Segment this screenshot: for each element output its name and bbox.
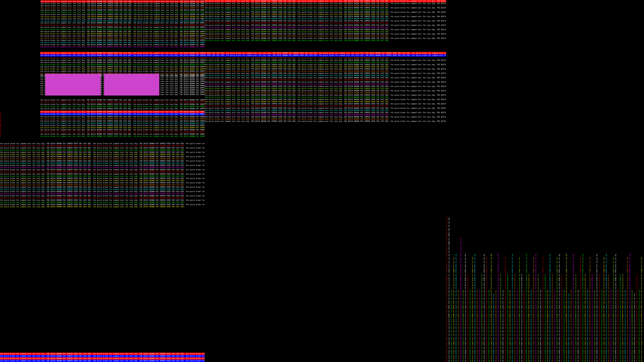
- rs-col-62: the quick brown fox jumped over the lazy…: [589, 0, 592, 362]
- bc-row-2: the quick brown fox jumped over the lazy…: [204, 144, 446, 146]
- rs-col-11: THE QUICK BROWN FOX JUMPED OVER THE LAZY…: [470, 0, 472, 362]
- rm2-row-16: the quick brown fox jumped over the lazy…: [204, 90, 446, 92]
- rm-row-3: the quick brown fox jumped over the lazy…: [204, 7, 446, 9]
- bc-red-band-bottom: the quick brown fox jumped over the lazy…: [204, 355, 446, 357]
- rs-col-22: the quick brown fox jumped over the lazy…: [496, 0, 498, 362]
- rs-col-60: the quick brown fox jumped over the lazy…: [585, 0, 587, 362]
- rm2-row-18: the quick brown fox jumped over the lazy…: [204, 94, 446, 96]
- br-row-2: the quick brown fox jumped over the lazy…: [40, 101, 204, 103]
- s3-row-2: the quick brown fox jumped over the lazy…: [40, 118, 204, 120]
- bc-row-43: the quick brown fox jumped over the lazy…: [204, 234, 446, 236]
- rs-col-37: THE QUICK BROWN FOX JUMPED OVER THE LAZY…: [531, 0, 533, 362]
- bl-blue-band-2: the quick brown fox jumped over the lazy…: [0, 360, 204, 362]
- pb-row-4: the quick brown fox jumped over the lazy…: [40, 63, 204, 66]
- bc-row-22: the quick brown fox jumped over the lazy…: [204, 188, 446, 190]
- rs-col-58: the quick brown fox jumped over the lazy…: [580, 0, 582, 362]
- rs-col-35: THE QUICK BROWN FOX JUMPED OVER THE LAZY…: [526, 0, 528, 362]
- bl-row-22: the quick brown fox jumped over the lazy…: [0, 188, 204, 190]
- rs-col-17: THE QUICK BROWN FOX JUMPED OVER THE LAZY…: [484, 0, 486, 362]
- bl-row-27: the quick brown fox jumped over the lazy…: [0, 199, 204, 201]
- br-row-4: the quick brown fox jumped over the lazy…: [40, 105, 204, 108]
- m-row-2: the quick brown fox jumped over the lazy…: [40, 24, 204, 26]
- bc-row-44: the quick brown fox jumped over the lazy…: [204, 236, 446, 238]
- rm2-row-22: the quick brown fox jumped over the lazy…: [204, 103, 446, 105]
- rm2-row-27: the quick brown fox jumped over the lazy…: [204, 114, 446, 116]
- bc-row-35: the quick brown fox jumped over the lazy…: [204, 216, 446, 218]
- m-row-6: the quick brown fox jumped over the lazy…: [40, 33, 204, 35]
- s3-row-10: the quick brown fox jumped over the lazy…: [40, 135, 204, 137]
- bc-row-32: the quick brown fox jumped over the lazy…: [204, 210, 446, 212]
- bc-row-18: the quick brown fox jumped over the lazy…: [204, 179, 446, 181]
- bc-row-25: the quick brown fox jumped over the lazy…: [204, 194, 446, 197]
- rm2-row-8: the quick brown fox jumped over the lazy…: [204, 72, 446, 74]
- rs-col-15: THE QUICK BROWN FOX JUMPED OVER THE LAZY…: [479, 0, 481, 362]
- bc-row-30: the quick brown fox jumped over the lazy…: [204, 205, 446, 207]
- bc-blue-band-top-text: the quick brown fox jumped over the lazy…: [204, 140, 446, 142]
- rm-row-17: the quick brown fox jumped over the lazy…: [204, 37, 446, 39]
- text-row-highlight-1: the quick brown fox jumped over the lazy…: [40, 0, 204, 2]
- rm2-row-9: the quick brown fox jumped over the lazy…: [204, 74, 446, 77]
- rm-row-10: the quick brown fox jumped over the lazy…: [204, 22, 446, 24]
- rs-col-13: THE QUICK BROWN FOX JUMPED OVER THE LAZY…: [474, 0, 477, 362]
- rs-col-41: THE QUICK BROWN FOX JUMPED OVER THE LAZY…: [540, 0, 542, 362]
- pb-row-5: the quick brown fox jumped over the lazy…: [40, 66, 204, 68]
- bottom-left-panel: the quick brown fox jumped over the lazy…: [0, 137, 204, 362]
- m-row-1: the quick brown fox jumped over the lazy…: [40, 22, 204, 24]
- bl-row-20: the quick brown fox jumped over the lazy…: [0, 184, 204, 186]
- bc-row-4: the quick brown fox jumped over the lazy…: [204, 149, 446, 151]
- red-band-2: the quick brown fox jumped over the lazy…: [40, 111, 204, 113]
- bl-blue-band-text: the quick brown fox jumped over the lazy…: [0, 355, 204, 357]
- right-sidebar: THE QUICK BROWN FOX JUMPED OVER THE LAZY…: [446, 0, 644, 362]
- bl-row-9: the quick brown fox jumped over the lazy…: [0, 160, 204, 162]
- rm-row-13: the quick brown fox jumped over the lazy…: [204, 28, 446, 31]
- right-red-top-text: the quick brown fox jumped over the lazy…: [204, 0, 446, 2]
- bc-row-21: the quick brown fox jumped over the lazy…: [204, 186, 446, 188]
- right-red-top: the quick brown fox jumped over the lazy…: [204, 0, 446, 2]
- rs-col-44: the quick brown fox jumped over the lazy…: [547, 0, 550, 362]
- rs-col-31: THE QUICK BROWN FOX JUMPED OVER THE LAZY…: [516, 0, 519, 362]
- bl-row-24: the quick brown fox jumped over the lazy…: [0, 193, 204, 195]
- rs-col-68: the quick brown fox jumped over the lazy…: [604, 0, 606, 362]
- rs-col-56: the quick brown fox jumped over the lazy…: [575, 0, 578, 362]
- br-row-5: the quick brown fox jumped over the lazy…: [40, 108, 204, 110]
- rs-col-57: THE QUICK BROWN FOX JUMPED OVER THE LAZY…: [578, 0, 580, 362]
- rm-row-8: the quick brown fox jumped over the lazy…: [204, 17, 446, 20]
- rs-col-1: THE QUICK BROWN FOX JUMPED OVER THE LAZY…: [446, 0, 448, 362]
- bc-row-14: the quick brown fox jumped over the lazy…: [204, 170, 446, 173]
- bc-row-11: the quick brown fox jumped over the lazy…: [204, 164, 446, 166]
- rs-col-76: the quick brown fox jumped over the lazy…: [622, 0, 624, 362]
- rm-row-12: the quick brown fox jumped over the lazy…: [204, 26, 446, 28]
- bc-row-49: the quick brown fox jumped over the lazy…: [204, 247, 446, 249]
- rm2-row-30: the quick brown fox jumped over the lazy…: [204, 120, 446, 122]
- rm2-row-12: the quick brown fox jumped over the lazy…: [204, 81, 446, 83]
- rm-row-5: the quick brown fox jumped over the lazy…: [204, 11, 446, 13]
- rm2-row-26: the quick brown fox jumped over the lazy…: [204, 111, 446, 114]
- red-band-text-2: the quick brown fox jumped over the lazy…: [40, 111, 204, 113]
- s3-row-5: the quick brown fox jumped over the lazy…: [40, 124, 204, 126]
- bl-row-11: the quick brown fox jumped over the lazy…: [0, 164, 204, 166]
- bc-row-48: the quick brown fox jumped over the lazy…: [204, 245, 446, 247]
- rs-col-67: THE QUICK BROWN FOX JUMPED OVER THE LAZY…: [601, 0, 604, 362]
- rs-col-39: THE QUICK BROWN FOX JUMPED OVER THE LAZY…: [535, 0, 538, 362]
- bc-row-9: the quick brown fox jumped over the lazy…: [204, 160, 446, 162]
- rm2-row-19: the quick brown fox jumped over the lazy…: [204, 96, 446, 98]
- rs-col-82: the quick brown fox jumped over the lazy…: [636, 0, 639, 362]
- s3-row-3: the quick brown fox jumped over the lazy…: [40, 120, 204, 122]
- bc-row-38: the quick brown fox jumped over the lazy…: [204, 223, 446, 225]
- s3-row-1: the quick brown fox jumped over the lazy…: [40, 116, 204, 118]
- bc-row-33: the quick brown fox jumped over the lazy…: [204, 212, 446, 214]
- global-red-band: the quick brown fox jumped over the lazy…: [40, 52, 446, 54]
- bl-row-15: the quick brown fox jumped over the lazy…: [0, 173, 204, 175]
- rs-col-42: the quick brown fox jumped over the lazy…: [542, 0, 545, 362]
- rs-col-79: THE QUICK BROWN FOX JUMPED OVER THE LAZY…: [629, 0, 632, 362]
- rs-col-25: THE QUICK BROWN FOX JUMPED OVER THE LAZY…: [502, 0, 505, 362]
- global-blue-band: the quick brown fox jumped over the lazy…: [40, 54, 446, 57]
- rs-col-12: the quick brown fox jumped over the lazy…: [472, 0, 474, 362]
- bc-row-19: the quick brown fox jumped over the lazy…: [204, 181, 446, 184]
- bc-red-band-top: the quick brown fox jumped over the lazy…: [204, 137, 446, 140]
- bl-row-4: the quick brown fox jumped over the lazy…: [0, 149, 204, 151]
- bc-row-20: the quick brown fox jumped over the lazy…: [204, 184, 446, 186]
- bc-row-23: the quick brown fox jumped over the lazy…: [204, 190, 446, 192]
- rm2-row-4: the quick brown fox jumped over the lazy…: [204, 63, 446, 66]
- rm2-row-10: the quick brown fox jumped over the lazy…: [204, 77, 446, 79]
